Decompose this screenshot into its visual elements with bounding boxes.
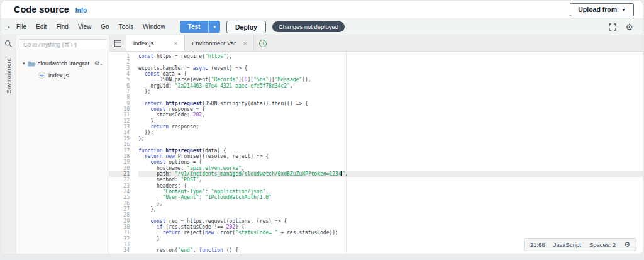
- code-line[interactable]: const req = https.request(options, (res)…: [138, 218, 643, 224]
- code-line[interactable]: };: [138, 136, 643, 142]
- indentation-setting[interactable]: Spaces: 2: [589, 241, 616, 248]
- code-line[interactable]: const data = {: [138, 71, 643, 77]
- code-line[interactable]: };: [138, 206, 643, 212]
- line-number: 13: [109, 124, 130, 130]
- code-line[interactable]: orgUid: "2a214463-07e4-4321-aaec-efe5f78…: [138, 83, 643, 89]
- code-line[interactable]: const https = require("https");: [138, 54, 643, 59]
- search-box: [16, 35, 109, 52]
- line-number: 5: [109, 77, 130, 82]
- tab-environment-var[interactable]: Environment Var×: [185, 35, 254, 51]
- line-number: 17: [109, 148, 130, 154]
- code-line[interactable]: "User-Agent": "1PcloudWatchAuth/1.0": [138, 195, 643, 200]
- line-number: 29: [109, 218, 130, 224]
- menu-item-find[interactable]: Find: [56, 23, 68, 30]
- line-number: 22: [109, 177, 130, 183]
- close-icon[interactable]: ×: [243, 40, 247, 47]
- main-area: Environment ▾ cloudwatch-integrat ⚙▾: [1, 35, 643, 254]
- deploy-button[interactable]: Deploy: [226, 21, 266, 33]
- line-number: 30: [109, 224, 130, 230]
- line-number: 18: [109, 154, 130, 159]
- chevron-down-icon[interactable]: ▾: [23, 61, 25, 66]
- line-number: 25: [109, 195, 130, 200]
- language-mode[interactable]: JavaScript: [553, 241, 581, 248]
- menu-item-window[interactable]: Window: [143, 23, 165, 30]
- tab-label: Environment Var: [192, 40, 236, 47]
- line-number: 21: [109, 171, 130, 177]
- menu-item-view[interactable]: View: [78, 23, 92, 30]
- line-number: 9: [109, 101, 130, 106]
- code-line[interactable]: });: [138, 130, 643, 135]
- test-dropdown-button[interactable]: ▾: [209, 21, 220, 33]
- upload-from-label: Upload from: [578, 6, 617, 13]
- code-line[interactable]: "Content-Type": "application/json",: [138, 189, 643, 195]
- menu-item-tools[interactable]: Tools: [119, 23, 133, 30]
- changes-status-badge: Changes not deployed: [272, 21, 345, 32]
- line-number: 19: [109, 159, 130, 165]
- code-line[interactable]: return httpsrequest(JSON.stringify(data)…: [138, 101, 643, 106]
- code-line[interactable]: exports.handler = async (event) => {: [138, 65, 643, 71]
- tab-index-js[interactable]: index.js×: [126, 35, 185, 51]
- code-line[interactable]: return new Promise((resolve, reject) => …: [138, 154, 643, 159]
- settings-gear-icon[interactable]: ⚙: [625, 22, 633, 32]
- tab-strip: index.js×Environment Var×: [126, 35, 254, 51]
- line-number: 35: [109, 254, 130, 254]
- search-icon[interactable]: [4, 40, 13, 48]
- chevron-down-icon: ▾: [213, 25, 216, 29]
- collapse-panel-icon[interactable]: ▴: [8, 24, 10, 30]
- file-tree-panel: ▾ cloudwatch-integrat ⚙▾ <> index.js: [16, 35, 109, 254]
- code-line[interactable]: return reject(new Error("statusCode= " +…: [138, 230, 643, 235]
- code-line[interactable]: };: [138, 118, 643, 124]
- editor-settings-gear-icon[interactable]: ⚙: [624, 240, 630, 249]
- code-line[interactable]: resolve();: [138, 254, 643, 254]
- line-number: 1: [109, 54, 130, 59]
- info-link[interactable]: Info: [75, 7, 87, 14]
- cursor-position[interactable]: 21:68: [530, 241, 545, 248]
- code-line[interactable]: statusCode: 202,: [138, 112, 643, 118]
- file-name: index.js: [48, 72, 69, 79]
- file-tree: ▾ cloudwatch-integrat ⚙▾ <> index.js: [16, 52, 109, 81]
- line-number: 8: [109, 94, 130, 100]
- line-number: 11: [109, 112, 130, 118]
- test-button[interactable]: Test: [180, 21, 209, 33]
- new-tab-button[interactable]: +: [254, 35, 272, 51]
- plus-icon: +: [259, 40, 267, 47]
- fullscreen-icon[interactable]: [609, 23, 616, 31]
- menu-item-file[interactable]: File: [16, 23, 26, 30]
- tree-file-row[interactable]: <> index.js: [16, 70, 109, 81]
- line-number: 34: [109, 247, 130, 253]
- close-icon[interactable]: ×: [174, 40, 177, 47]
- tab-list-icon[interactable]: [109, 35, 126, 51]
- code-line[interactable]: return response;: [138, 124, 643, 130]
- code-line[interactable]: if (res.statusCode !== 202) {: [138, 224, 643, 230]
- menu-item-go[interactable]: Go: [101, 23, 109, 30]
- code-line[interactable]: function httpsrequest(data) {: [138, 148, 643, 154]
- line-number: 31: [109, 230, 130, 235]
- code-editor[interactable]: 1234567891011121314151617181920212223242…: [109, 52, 643, 254]
- code-line[interactable]: const options = {: [138, 159, 643, 165]
- line-number: 24: [109, 189, 130, 195]
- javascript-file-icon: <>: [38, 72, 45, 79]
- line-number-gutter: 1234567891011121314151617181920212223242…: [109, 52, 133, 254]
- code-line[interactable]: ...JSON.parse(event["Records"][0]["Sns"]…: [138, 77, 643, 82]
- line-number: 4: [109, 71, 130, 77]
- editor-status-bar: 21:68 JavaScript Spaces: 2 ⚙: [524, 238, 636, 251]
- code-content[interactable]: const https = require("https");exports.h…: [133, 52, 643, 254]
- code-line[interactable]: method: "POST",: [138, 177, 643, 183]
- line-number: 27: [109, 206, 130, 212]
- upload-from-button[interactable]: Upload from ▼: [570, 3, 634, 16]
- code-line[interactable]: const response = {: [138, 106, 643, 112]
- code-line[interactable]: [138, 59, 643, 65]
- line-number: 33: [109, 242, 130, 247]
- code-line[interactable]: [138, 142, 643, 147]
- menu-item-edit[interactable]: Edit: [36, 23, 47, 30]
- code-line[interactable]: [138, 94, 643, 100]
- code-line[interactable]: [138, 212, 643, 218]
- code-line[interactable]: path: "/v1/incidents_managed/cloudwatch/…: [138, 171, 643, 177]
- go-to-anything-input[interactable]: [19, 39, 106, 50]
- code-line[interactable]: },: [138, 201, 643, 206]
- code-line[interactable]: hostname: "apis.elven.works",: [138, 166, 643, 171]
- tree-folder-row[interactable]: ▾ cloudwatch-integrat ⚙▾: [16, 58, 109, 69]
- code-line[interactable]: };: [138, 89, 643, 94]
- code-line[interactable]: headers: {: [138, 183, 643, 189]
- folder-settings-gear-icon[interactable]: ⚙▾: [94, 60, 102, 67]
